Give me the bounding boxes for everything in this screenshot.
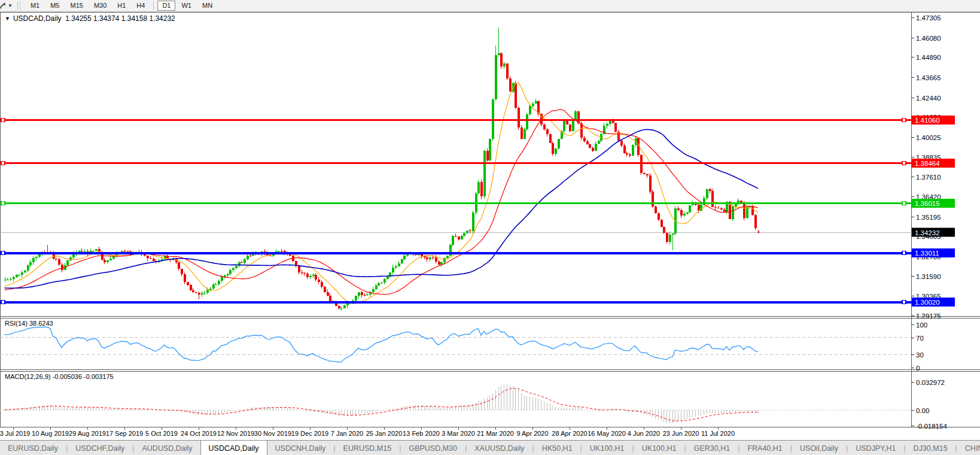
- date-label: 16 May 2020: [588, 430, 626, 437]
- date-label: 30 Nov 2019: [254, 430, 291, 437]
- date-label: 28 Apr 2020: [552, 430, 587, 437]
- date-label: 11 Jul 2020: [701, 430, 735, 437]
- price-tick-label: 1.29175: [916, 313, 941, 320]
- chart-ohlc-values: 1.34255 1.34374 1.34158 1.34232: [65, 14, 175, 23]
- date-label: 10 Aug 2019: [32, 430, 69, 437]
- chart-tab-usdcnh-daily[interactable]: USDCNH,Daily: [267, 441, 334, 455]
- chart-tab-hk50-h1[interactable]: HK50,H1: [534, 441, 580, 455]
- chart-tab-fra40-h1[interactable]: FRA40,H1: [739, 441, 790, 455]
- date-label: 13 Feb 2020: [403, 430, 440, 437]
- chart-tab-china300-h4[interactable]: CHINA300,H4: [957, 441, 980, 455]
- price-tick-label: 1.44890: [916, 54, 941, 61]
- chart-plot-area[interactable]: [1, 13, 911, 316]
- macd-signal-line: [5, 389, 758, 421]
- rsi-levels: [0, 338, 911, 355]
- macd-indicator-label: MACD(12,26,9) -0.005036 -0.003175: [5, 373, 114, 380]
- price-tick-label: 1.46080: [916, 35, 941, 42]
- rsi-tick-label: 30: [916, 351, 924, 359]
- price-tick-label: 1.40025: [916, 134, 941, 141]
- macd-histogram: [5, 384, 759, 423]
- price-tick-label: 1.35195: [916, 214, 941, 221]
- chart-tab-ger30-h1[interactable]: GER30,H1: [686, 441, 738, 455]
- date-label: 23 Jul 2019: [0, 430, 30, 437]
- rsi-tick-label: 0: [916, 365, 920, 372]
- date-label: 12 Nov 2019: [217, 430, 254, 437]
- price-line-label: 1.33011: [915, 250, 939, 257]
- chart-tab-uk100-h1[interactable]: UK100,H1: [634, 441, 684, 455]
- chart-tab-uk100-h1[interactable]: UK100,H1: [582, 441, 632, 455]
- macd-tick-label: 0.032972: [916, 379, 945, 386]
- date-label: 24 Oct 2019: [181, 430, 217, 437]
- chart-tab-usdjpy-h1[interactable]: USDJPY,H1: [848, 441, 903, 455]
- date-label: 4 Jun 2020: [628, 430, 660, 437]
- current-price-label: 1.34232: [912, 228, 955, 237]
- date-axis: 23 Jul 201910 Aug 201929 Aug 201917 Sep …: [0, 427, 980, 439]
- date-label: 9 Apr 2020: [516, 430, 548, 437]
- rsi-indicator-label: RSI(14) 38.6243: [5, 320, 53, 327]
- price-line-label: 1.41060: [915, 117, 940, 124]
- date-label: 5 Oct 2019: [145, 430, 178, 437]
- date-label: 3 Mar 2020: [442, 430, 475, 437]
- macd-tick-label: 0.00: [916, 407, 929, 414]
- rsi-tick-label: 70: [916, 335, 924, 342]
- date-label: 19 Dec 2019: [291, 430, 328, 437]
- chart-title: ▼USDCAD,Daily 1.34255 1.34374 1.34158 1.…: [5, 14, 175, 23]
- chart-tab-usoil-daily[interactable]: USOil,Daily: [792, 441, 846, 455]
- chart-tab-gbpusd-m30[interactable]: GBPUSD,M30: [401, 441, 465, 455]
- mt4-window: { "toolbar": { "timeframes": ["M1","M5",…: [0, 0, 980, 455]
- chart-canvas[interactable]: 1.473051.460801.448901.436651.424401.412…: [0, 0, 980, 455]
- date-label: 25 Jan 2020: [366, 430, 403, 437]
- chart-tab-usdchf-daily[interactable]: USDCHF,Daily: [68, 441, 132, 455]
- date-label: 21 Mar 2020: [477, 430, 514, 437]
- price-tick-label: 1.43665: [916, 74, 941, 81]
- chart-tab-usdcad-daily[interactable]: USDCAD,Daily: [200, 440, 267, 455]
- chart-symbol: USDCAD,Daily: [13, 14, 62, 23]
- price-tick-label: 1.42440: [916, 95, 941, 102]
- rsi-line: [5, 327, 758, 362]
- price-axis: 1.473051.460801.448901.436651.424401.412…: [911, 14, 947, 430]
- chart-tab-bar: EURUSD,Daily|USDCHF,Daily|AUDUSD,DailyUS…: [0, 440, 980, 455]
- date-label: 29 Aug 2019: [69, 430, 106, 437]
- chart-tab-dj30-m15[interactable]: DJ30,M15: [906, 441, 955, 455]
- chart-tab-xauusd-daily[interactable]: XAUUSD,Daily: [467, 441, 532, 455]
- chart-tab-eurusd-daily[interactable]: EURUSD,Daily: [0, 441, 66, 455]
- price-line-label: 1.30020: [915, 299, 940, 306]
- chart-tab-eurusd-m15[interactable]: EURUSD,M15: [336, 441, 400, 455]
- price-line-label: 1.38464: [915, 160, 940, 167]
- symbol-dropdown-icon[interactable]: ▼: [5, 16, 10, 22]
- date-label: 17 Sep 2019: [106, 430, 143, 437]
- rsi-tick-label: 100: [916, 321, 927, 329]
- price-tick-label: 1.37610: [916, 174, 941, 181]
- date-label: 23 Jun 2020: [663, 430, 699, 437]
- date-label: 7 Jan 2020: [331, 430, 363, 437]
- svg-text:1.34232: 1.34232: [915, 229, 940, 236]
- chart-tab-audusd-daily[interactable]: AUDUSD,Daily: [135, 441, 200, 455]
- price-line-label: 1.36015: [915, 200, 940, 207]
- price-tick-label: 1.47305: [916, 14, 941, 22]
- price-tick-label: 1.31590: [916, 273, 941, 280]
